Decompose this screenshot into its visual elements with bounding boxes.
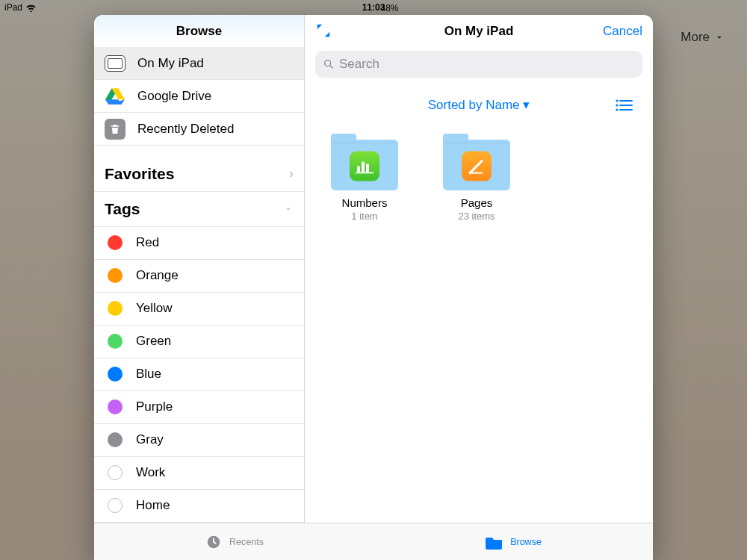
tag-orange[interactable]: Orange <box>94 260 304 293</box>
sort-button[interactable]: Sorted by Name ▾ <box>428 97 530 113</box>
location-label: Google Drive <box>137 89 211 104</box>
trash-icon <box>105 119 125 140</box>
tag-dot-icon <box>108 399 123 414</box>
tag-label: Home <box>136 498 170 513</box>
tag-ring-icon <box>108 465 123 480</box>
folder-meta: 1 item <box>327 211 402 222</box>
tag-label: Gray <box>136 432 164 447</box>
tab-browse[interactable]: Browse <box>374 523 653 560</box>
svg-rect-14 <box>366 164 369 172</box>
sidebar: Browse On My iPad Google Drive Recen <box>94 15 305 523</box>
location-google-drive[interactable]: Google Drive <box>94 80 304 113</box>
list-view-icon[interactable] <box>616 99 633 112</box>
ipad-icon <box>105 53 125 74</box>
tag-label: Green <box>136 334 171 349</box>
favorites-header[interactable]: Favorites › <box>94 156 304 191</box>
svg-rect-15 <box>356 172 374 174</box>
folder-name: Numbers <box>327 196 402 209</box>
tag-label: Work <box>136 465 165 480</box>
content-title: On My iPad <box>305 24 653 39</box>
status-bar: iPad 11:03 48% <box>0 0 747 15</box>
location-on-my-ipad[interactable]: On My iPad <box>94 47 304 80</box>
tag-dot-icon <box>108 334 123 349</box>
tag-red[interactable]: Red <box>94 227 304 260</box>
tag-purple[interactable]: Purple <box>94 391 304 424</box>
svg-point-9 <box>616 99 618 102</box>
folder-tab-icon <box>485 535 504 550</box>
gdrive-icon <box>105 86 125 107</box>
cancel-button[interactable]: Cancel <box>603 24 642 39</box>
content-pane: On My iPad Cancel Search Sorted by Name … <box>305 15 653 523</box>
tab-recents[interactable]: Recents <box>94 523 374 560</box>
svg-point-4 <box>325 60 331 66</box>
sort-label: Sorted by Name <box>428 98 520 112</box>
tag-label: Orange <box>136 268 179 283</box>
location-label: Recently Deleted <box>137 122 234 137</box>
tab-label: Recents <box>229 537 264 547</box>
favorites-label: Favorites <box>105 165 174 183</box>
chevron-right-icon: › <box>289 166 294 181</box>
tag-dot-icon <box>108 367 123 382</box>
search-placeholder: Search <box>339 57 379 72</box>
folder-meta: 23 items <box>439 211 514 222</box>
svg-line-5 <box>330 66 332 68</box>
svg-point-10 <box>616 104 618 106</box>
tags-header[interactable]: Tags <box>94 192 304 227</box>
tag-dot-icon <box>108 432 123 447</box>
tag-label: Blue <box>136 367 161 382</box>
svg-rect-12 <box>357 167 360 172</box>
chevron-down-icon <box>714 32 725 43</box>
tag-ring-icon <box>108 498 123 513</box>
svg-rect-13 <box>362 162 365 172</box>
tag-label: Red <box>136 235 159 250</box>
svg-marker-3 <box>105 99 122 105</box>
folder-pages[interactable]: Pages 23 items <box>439 140 514 222</box>
folder-name: Pages <box>439 196 514 209</box>
search-input[interactable]: Search <box>315 51 642 78</box>
location-recently-deleted[interactable]: Recently Deleted <box>94 113 304 146</box>
tag-dot-icon <box>108 235 123 250</box>
sidebar-title: Browse <box>94 15 304 47</box>
folder-grid: Numbers 1 item Pages 23 items <box>305 113 653 249</box>
svg-point-11 <box>616 108 618 111</box>
folder-icon <box>331 140 398 190</box>
tag-green[interactable]: Green <box>94 326 304 358</box>
tag-label: Yellow <box>136 301 173 316</box>
tag-dot-icon <box>108 268 123 283</box>
tag-label: Purple <box>136 399 173 414</box>
tags-label: Tags <box>105 200 140 218</box>
tab-label: Browse <box>510 537 542 547</box>
more-label: More <box>681 30 710 45</box>
tag-work[interactable]: Work <box>94 457 304 490</box>
search-icon <box>323 58 335 70</box>
location-label: On My iPad <box>137 56 204 71</box>
numbers-app-icon <box>350 152 379 181</box>
caret-down-icon: ▾ <box>523 98 530 112</box>
pages-app-icon <box>462 152 492 181</box>
tag-list: Red Orange Yellow Green Blue Purple Gray… <box>94 227 304 523</box>
tag-yellow[interactable]: Yellow <box>94 293 304 326</box>
chevron-down-icon <box>283 204 294 214</box>
svg-rect-16 <box>469 172 483 174</box>
folder-numbers[interactable]: Numbers 1 item <box>327 140 402 222</box>
file-picker-modal: Browse On My iPad Google Drive Recen <box>94 15 653 560</box>
more-button[interactable]: More <box>681 30 725 45</box>
tag-home[interactable]: Home <box>94 490 304 523</box>
folder-icon <box>443 140 510 190</box>
tag-gray[interactable]: Gray <box>94 424 304 457</box>
clock: 11:03 <box>0 2 747 13</box>
location-list: On My iPad Google Drive Recently Deleted <box>94 47 304 146</box>
tab-bar: Recents Browse <box>94 523 653 560</box>
clock-icon <box>204 535 223 550</box>
tag-dot-icon <box>108 301 123 316</box>
content-header: On My iPad Cancel <box>305 15 653 48</box>
tag-blue[interactable]: Blue <box>94 358 304 391</box>
